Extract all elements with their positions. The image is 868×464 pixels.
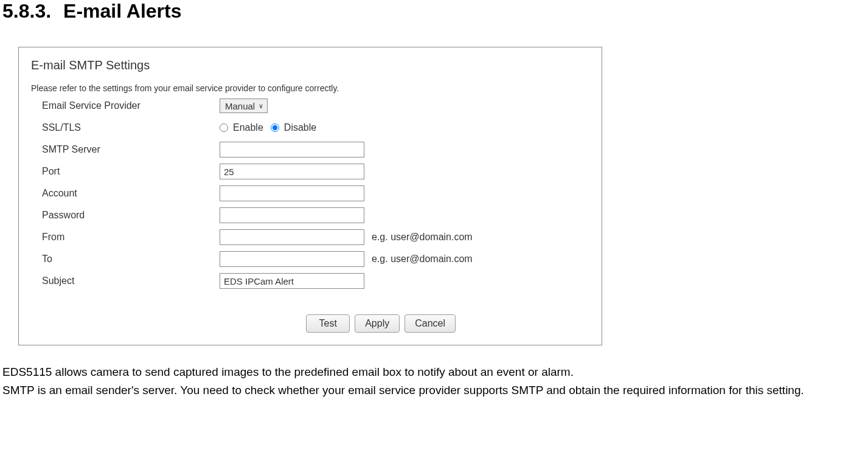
description-block: EDS5115 allows camera to send captured i… (0, 364, 868, 398)
panel-note: Please refer to the settings from your e… (31, 83, 589, 93)
label-ssl-tls: SSL/TLS (31, 122, 220, 133)
label-smtp-server: SMTP Server (31, 144, 220, 155)
test-button[interactable]: Test (306, 314, 350, 333)
label-from: From (31, 232, 220, 243)
chevron-down-icon: ∨ (259, 102, 263, 110)
input-to[interactable] (220, 251, 364, 267)
button-row: Test Apply Cancel (31, 314, 589, 333)
label-email-provider: Email Service Provider (31, 100, 220, 111)
panel-title: E-mail SMTP Settings (31, 58, 589, 72)
radio-label-disable: Disable (284, 122, 316, 133)
label-to: To (31, 254, 220, 265)
row-password: Password (31, 206, 589, 224)
row-ssl-tls: SSL/TLS Enable Disable (31, 119, 589, 137)
description-paragraph-2: SMTP is an email sender's server. You ne… (2, 382, 866, 399)
select-value: Manual (225, 101, 255, 111)
section-number: 5.8.3. (2, 0, 51, 22)
row-smtp-server: SMTP Server (31, 140, 589, 159)
hint-to: e.g. user@domain.com (372, 254, 473, 265)
cancel-button[interactable]: Cancel (404, 314, 456, 333)
radio-ssl-enable[interactable] (220, 123, 228, 132)
label-password: Password (31, 210, 220, 221)
input-from[interactable] (220, 229, 364, 245)
radio-label-enable: Enable (233, 122, 263, 133)
description-paragraph-1: EDS5115 allows camera to send captured i… (2, 364, 866, 381)
label-subject: Subject (31, 275, 220, 286)
hint-from: e.g. user@domain.com (372, 232, 473, 243)
input-port[interactable] (220, 164, 364, 179)
label-port: Port (31, 166, 220, 177)
smtp-settings-panel: E-mail SMTP Settings Please refer to the… (18, 47, 602, 345)
row-subject: Subject (31, 272, 589, 290)
input-subject[interactable] (220, 273, 364, 289)
radio-ssl-disable[interactable] (271, 123, 279, 132)
input-smtp-server[interactable] (220, 142, 364, 158)
row-from: From e.g. user@domain.com (31, 228, 589, 246)
section-heading: 5.8.3.E-mail Alerts (0, 0, 868, 23)
label-account: Account (31, 188, 220, 199)
row-email-provider: Email Service Provider Manual ∨ (31, 97, 589, 115)
section-title: E-mail Alerts (63, 0, 181, 22)
input-account[interactable] (220, 185, 364, 201)
row-to: To e.g. user@domain.com (31, 250, 589, 268)
select-email-provider[interactable]: Manual ∨ (220, 99, 268, 113)
row-account: Account (31, 184, 589, 203)
input-password[interactable] (220, 207, 364, 223)
row-port: Port (31, 162, 589, 181)
apply-button[interactable]: Apply (355, 314, 400, 333)
